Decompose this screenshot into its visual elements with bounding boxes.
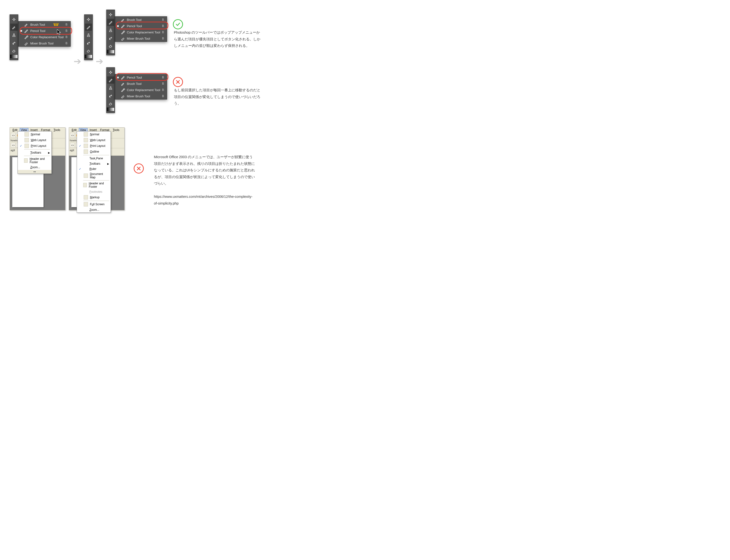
selected-marker	[117, 38, 119, 39]
ps-toolbar[interactable]	[10, 14, 18, 60]
tool-brush-slot[interactable]	[10, 24, 18, 31]
gradient-swatch[interactable]	[107, 50, 114, 54]
menu-item[interactable]: Normal	[18, 131, 51, 137]
ps-flyout: Brush ToolBPencil ToolBColor Replacement…	[18, 21, 71, 47]
no-icon	[84, 162, 87, 166]
flyout-item[interactable]: Brush ToolB	[115, 81, 167, 87]
menu-item[interactable]: Zoom...	[77, 207, 111, 212]
menu-separator	[83, 155, 109, 155]
tool-heal[interactable]	[107, 11, 114, 18]
menubar-item[interactable]: Tools	[112, 128, 121, 132]
page-icon	[84, 174, 88, 178]
flyout-item-label: Brush Tool	[127, 82, 142, 86]
flyout-item-label: Mixer Brush Tool	[127, 94, 150, 98]
flyout-item-shortcut: B	[162, 18, 164, 21]
tool-erase[interactable]	[85, 47, 92, 54]
flyout-item[interactable]: Brush ToolB	[115, 17, 167, 23]
menu-item[interactable]: Outline	[77, 149, 111, 155]
mixer-icon	[24, 41, 28, 45]
flyout-item-shortcut: B	[162, 37, 164, 40]
menu-item[interactable]: Toolbars▶	[18, 150, 51, 155]
tool-pencil-slot[interactable]	[107, 19, 114, 26]
tool-history[interactable]	[85, 39, 92, 46]
check-icon: ✓	[19, 144, 23, 148]
globe-icon	[84, 138, 88, 142]
ps-toolbar-after[interactable]	[84, 14, 93, 60]
ps-toolbar-bad[interactable]	[106, 67, 115, 113]
gradient-swatch[interactable]	[10, 55, 18, 58]
no-icon	[25, 165, 28, 169]
menu-item[interactable]: Zoom...	[18, 165, 51, 170]
selected-marker	[117, 83, 119, 85]
menu-item-label: Ruler	[89, 167, 96, 171]
menu-item[interactable]: Header and Footer	[77, 181, 111, 189]
tool-history[interactable]	[107, 92, 114, 99]
expand-chevron[interactable]: ▾▾	[18, 170, 51, 174]
gradient-swatch[interactable]	[85, 55, 92, 58]
page-icon	[84, 132, 88, 137]
menu-item[interactable]: Markup	[77, 194, 111, 200]
flyout-item[interactable]: Color Replacement ToolB	[115, 29, 167, 35]
flyout-item-label: Color Replacement Tool	[127, 31, 160, 34]
menu-item-label: Normal	[90, 133, 99, 136]
flyout-item[interactable]: Mixer Brush ToolB	[115, 93, 167, 99]
tool-stamp[interactable]	[107, 84, 114, 91]
tool-erase[interactable]	[10, 47, 18, 54]
menu-item[interactable]: Web Layout	[18, 137, 51, 143]
submenu-arrow-icon: ▶	[107, 162, 109, 165]
page-icon	[84, 149, 88, 154]
page-icon	[83, 183, 87, 187]
flyout-item[interactable]: Pencil ToolB	[115, 23, 167, 29]
menubar-item[interactable]: Tools	[52, 128, 62, 132]
tool-pencil-slot[interactable]	[107, 76, 114, 84]
flyout-item[interactable]: Pencil ToolB	[115, 74, 167, 81]
mixer-icon	[121, 94, 125, 98]
tool-heal[interactable]	[85, 16, 92, 23]
flyout-item[interactable]: Pencil ToolB	[19, 28, 70, 34]
tool-erase[interactable]	[107, 100, 114, 107]
tbtn-a[interactable]: ▭	[11, 143, 16, 148]
selected-marker	[20, 30, 22, 32]
flyout-item[interactable]: Color Replacement ToolB	[115, 87, 167, 93]
flyout-item[interactable]: Mixer Brush ToolB	[19, 40, 70, 46]
menu-item[interactable]: ✓Print Layout	[77, 143, 111, 149]
menu-item[interactable]: Header and Footer	[18, 156, 51, 165]
mixer-icon	[121, 36, 125, 41]
tool-heal[interactable]	[107, 69, 114, 76]
flyout-item-shortcut: B	[162, 76, 164, 79]
tool-stamp[interactable]	[107, 26, 114, 34]
tbtn-new[interactable]: ▭	[70, 133, 75, 138]
tool-pencil-slot[interactable]	[85, 24, 92, 31]
flyout-item-label: Mixer Brush Tool	[30, 42, 54, 45]
no-icon	[84, 167, 87, 171]
tool-erase[interactable]	[107, 42, 114, 49]
menu-item[interactable]: Web Layout	[77, 137, 111, 143]
flyout-item[interactable]: Brush ToolB	[19, 21, 70, 28]
tbtn-a[interactable]: ▭	[70, 143, 75, 148]
menu-item[interactable]: Task Pane	[77, 156, 111, 161]
flyout-item-shortcut: B	[162, 82, 164, 85]
menu-item-label: Document Map	[90, 172, 109, 179]
menu-item[interactable]: Toolbars▶	[77, 161, 111, 166]
menu-item[interactable]: Full Screen	[77, 201, 111, 207]
tool-stamp[interactable]	[10, 31, 18, 38]
menu-item[interactable]: Document Map	[77, 172, 111, 180]
replace-icon	[121, 30, 125, 34]
tool-heal[interactable]	[10, 16, 18, 23]
tool-history[interactable]	[10, 39, 18, 46]
menu-item[interactable]: Normal	[77, 131, 111, 137]
tool-history[interactable]	[107, 34, 114, 41]
menu-item[interactable]: ✓Print Layout	[18, 143, 51, 149]
ps-toolbar-good[interactable]	[106, 10, 115, 55]
description-office-text: Microsoft Office 2003 のメニューでは、ユーザーが頻繁に使う…	[154, 155, 255, 185]
gradient-swatch[interactable]	[107, 107, 114, 111]
flyout-item[interactable]: Mixer Brush ToolB	[115, 35, 167, 42]
menu-item-label: Zoom...	[89, 208, 99, 212]
menu-item-label: Footnotes	[89, 190, 102, 193]
view-menu-full[interactable]: NormalWeb Layout✓Print LayoutOutlineTask…	[77, 131, 111, 213]
view-menu-short[interactable]: NormalWeb Layout✓Print LayoutToolbars▶He…	[18, 131, 52, 174]
menu-item[interactable]: ✓Ruler	[77, 166, 111, 172]
flyout-item[interactable]: Color Replacement ToolB	[19, 34, 70, 40]
tbtn-new[interactable]: ▭	[11, 133, 16, 138]
tool-stamp[interactable]	[85, 31, 92, 38]
